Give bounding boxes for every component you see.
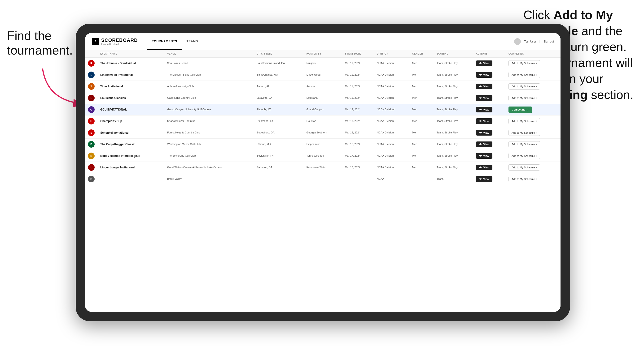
add-to-schedule-button[interactable]: Add to My Schedule +	[508, 118, 540, 124]
event-name-cell: Champions Cup	[98, 116, 164, 127]
competing-cell: Add to My Schedule +	[506, 139, 560, 150]
division: NCAA Division I	[377, 131, 395, 134]
tab-tournaments[interactable]: TOURNAMENTS	[147, 33, 182, 50]
division-cell: NCAA Division I	[374, 58, 409, 69]
add-to-schedule-button[interactable]: Add to My Schedule +	[508, 141, 540, 147]
division-cell: NCAA Division I	[374, 127, 409, 139]
team-logo: L	[88, 164, 94, 171]
city-state: Saint Charles, MO	[256, 73, 278, 76]
hosted-by-cell: Georgia Southern	[304, 127, 342, 139]
actions-cell: 👁View	[473, 150, 506, 162]
scoring-cell: Team,	[434, 173, 473, 185]
event-name-cell: Schenkel Invitational	[98, 127, 164, 139]
actions-cell: 👁View	[473, 162, 506, 173]
view-label: View	[483, 85, 489, 88]
scoring: Team, Stroke Play	[436, 62, 458, 64]
view-button[interactable]: 👁View	[476, 153, 492, 159]
add-to-schedule-button[interactable]: Add to My Schedule +	[508, 164, 540, 171]
hosted-by: Binghamton	[306, 143, 320, 146]
gender-cell: Men	[410, 116, 434, 127]
view-button[interactable]: 👁View	[476, 176, 492, 182]
eye-icon: 👁	[479, 85, 482, 88]
venue-cell: Great Waters Course At Reynolds Lake Oco…	[164, 162, 254, 173]
col-header-city: CITY, STATE	[254, 50, 304, 58]
eye-icon: 👁	[479, 155, 482, 157]
city-state: Richmond, TX	[256, 120, 273, 122]
gender-cell: Men	[410, 58, 434, 69]
competing-cell: Add to My Schedule +	[506, 69, 560, 81]
eye-icon: 👁	[479, 120, 482, 123]
hosted-by-cell: Binghamton	[304, 139, 342, 150]
hosted-by-cell: Lindenwood	[304, 69, 342, 81]
scoring: Team, Stroke Play	[436, 96, 458, 99]
scoring: Team, Stroke Play	[436, 166, 458, 169]
team-logo: S	[88, 129, 94, 136]
team-logo-cell: B	[85, 173, 98, 185]
city-state: Sevierville, TN	[256, 154, 274, 157]
add-to-schedule-button[interactable]: Add to My Schedule +	[508, 83, 540, 90]
event-name-cell: The Carpetbagger Classic	[98, 139, 164, 150]
view-button[interactable]: 👁View	[476, 107, 492, 112]
competing-cell: Add to My Schedule +	[506, 58, 560, 69]
scoring-cell: Team, Stroke Play	[434, 69, 473, 81]
add-schedule-label: Add to My Schedule +	[512, 120, 537, 123]
venue-name: Brook Valley	[167, 177, 182, 180]
event-name: Champions Cup	[100, 120, 122, 123]
add-schedule-label: Add to My Schedule +	[512, 131, 537, 134]
table-row: BThe Carpetbagger ClassicWorthington Man…	[85, 139, 560, 150]
add-to-schedule-button[interactable]: Add to My Schedule +	[508, 176, 540, 182]
view-button[interactable]: 👁View	[476, 84, 492, 89]
tablet-screen: S SCOREBOARD Powered by clippd TOURNAMEN…	[85, 33, 560, 312]
team-logo-cell: T	[85, 81, 98, 92]
venue-cell: The Missouri Bluffs Golf Club	[164, 69, 254, 81]
view-button[interactable]: 👁View	[476, 72, 492, 78]
competing-cell: Add to My Schedule +	[506, 81, 560, 92]
view-button[interactable]: 👁View	[476, 130, 492, 136]
event-name-cell: GCU INVITATIONAL	[98, 104, 164, 116]
add-to-schedule-button[interactable]: Add to My Schedule +	[508, 60, 540, 66]
view-button[interactable]: 👁View	[476, 118, 492, 124]
add-to-schedule-button[interactable]: Add to My Schedule +	[508, 153, 540, 159]
division: NCAA Division I	[377, 108, 395, 111]
add-schedule-label: Add to My Schedule +	[512, 143, 537, 146]
scoring: Team, Stroke Play	[436, 154, 458, 157]
gender-cell: Men	[410, 150, 434, 162]
scoring: Team, Stroke Play	[436, 73, 458, 76]
event-name-cell: The Johnnie - O Individual	[98, 58, 164, 69]
table-header-row: EVENT NAME VENUE CITY, STATE HOSTED BY S…	[85, 50, 560, 58]
add-to-schedule-button[interactable]: Add to My Schedule +	[508, 95, 540, 101]
venue-name: The Sevierville Golf Club	[167, 154, 196, 157]
scoring-cell: Team, Stroke Play	[434, 81, 473, 92]
city-state: Saint Simons Island, GA	[256, 62, 285, 64]
team-logo-cell: S	[85, 127, 98, 139]
view-button[interactable]: 👁View	[476, 60, 492, 66]
start-date: Mar 17, 2024	[345, 154, 360, 157]
hosted-by-cell	[304, 173, 342, 185]
venue-name: Auburn University Club	[167, 85, 194, 88]
view-label: View	[483, 62, 489, 65]
view-button[interactable]: 👁View	[476, 165, 492, 170]
add-to-schedule-button[interactable]: Add to My Schedule +	[508, 130, 540, 136]
gender: Men	[412, 85, 417, 88]
user-label: Test User	[524, 40, 536, 43]
view-button[interactable]: 👁View	[476, 95, 492, 101]
view-button[interactable]: 👁View	[476, 142, 492, 147]
view-label: View	[483, 97, 489, 99]
add-to-schedule-button[interactable]: Add to My Schedule +	[508, 72, 540, 78]
venue-cell: Brook Valley	[164, 173, 254, 185]
sign-out-link[interactable]: Sign out	[544, 40, 554, 43]
competing-button[interactable]: Competing✓	[508, 107, 532, 113]
add-schedule-label: Add to My Schedule +	[512, 62, 537, 65]
venue-cell: Oakbourne Country Club	[164, 92, 254, 104]
tournaments-table-container: EVENT NAME VENUE CITY, STATE HOSTED BY S…	[85, 50, 560, 312]
tab-teams[interactable]: TEAMS	[182, 33, 203, 50]
start-date: Mar 16, 2024	[345, 143, 360, 146]
gender-cell: Men	[410, 127, 434, 139]
event-name-cell: Lindenwood Invitational	[98, 69, 164, 81]
table-row: TTiger InvitationalAuburn University Clu…	[85, 81, 560, 92]
start-date-cell: Mar 15, 2024	[342, 127, 374, 139]
actions-cell: 👁View	[473, 69, 506, 81]
start-date: Mar 11, 2024	[345, 73, 360, 76]
scoring: Team, Stroke Play	[436, 85, 458, 88]
gender: Men	[412, 108, 417, 111]
